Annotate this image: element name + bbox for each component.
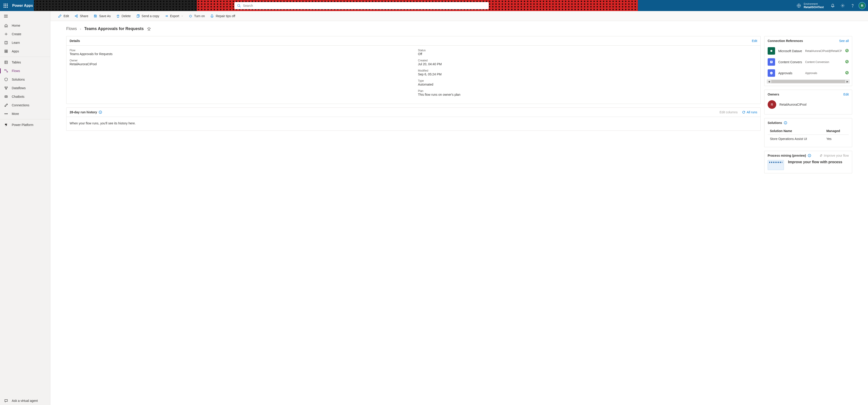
sidebar-item-create[interactable]: Create — [0, 30, 50, 38]
user-avatar[interactable]: R — [859, 2, 866, 9]
notifications-button[interactable] — [828, 0, 838, 11]
edit-columns-link[interactable]: Edit columns — [719, 110, 738, 114]
bell-icon — [831, 4, 835, 8]
sidebar-item-power-platform[interactable]: Power Platform — [0, 121, 50, 129]
sidebar-item-tables[interactable]: Tables — [0, 58, 50, 67]
svg-rect-16 — [5, 96, 7, 98]
solutions-title: Solutions — [768, 121, 782, 125]
svg-rect-10 — [5, 61, 7, 64]
owners-card: Owners Edit R RetailAuroraCIPool — [764, 90, 852, 114]
sidebar-item-connections[interactable]: Connections — [0, 101, 50, 109]
search-icon — [237, 4, 241, 7]
external-link-icon — [819, 154, 823, 157]
sidebar-item-label: Create — [12, 32, 21, 36]
owner-name: RetailAuroraCIPool — [779, 103, 807, 106]
owner-row[interactable]: R RetailAuroraCIPool — [768, 99, 849, 110]
cmd-export[interactable]: Export — [162, 12, 185, 20]
check-icon — [845, 71, 849, 75]
cmd-edit[interactable]: Edit — [56, 12, 71, 20]
refresh-icon — [742, 111, 745, 114]
scroll-right-arrow[interactable]: ▶ — [846, 80, 849, 83]
sidebar-toggle[interactable] — [0, 11, 50, 21]
plus-icon — [4, 32, 8, 36]
svg-rect-27 — [137, 15, 139, 18]
solution-row[interactable]: Store Operations Assist UI Yes — [768, 135, 849, 143]
help-button[interactable] — [848, 0, 858, 11]
environment-picker[interactable]: Environment RetailSOATest — [793, 0, 828, 11]
cmd-save-as[interactable]: Save As — [91, 12, 113, 20]
owner-value: RetailAuroraCIPool — [70, 62, 409, 66]
owners-edit-link[interactable]: Edit — [843, 93, 849, 96]
content-conversion-icon — [768, 58, 775, 66]
sidebar-item-apps[interactable]: Apps — [0, 47, 50, 56]
connection-row[interactable]: Content Conversion Content Conversion — [768, 57, 849, 67]
app-launcher[interactable] — [0, 0, 11, 11]
info-icon[interactable] — [99, 111, 102, 114]
svg-point-22 — [6, 113, 6, 114]
power-platform-icon — [4, 123, 8, 127]
power-icon — [189, 14, 192, 18]
modified-value: Sep 6, 05:24 PM — [418, 72, 757, 76]
sidebar-item-learn[interactable]: Learn — [0, 38, 50, 47]
col-solution-name[interactable]: Solution Name — [768, 127, 824, 135]
modified-label: Modified — [418, 69, 757, 72]
cmd-send-copy[interactable]: Send a copy — [134, 12, 161, 20]
sidebar-item-label: More — [12, 112, 19, 115]
cmd-turn-on[interactable]: Turn on — [186, 12, 207, 20]
globe-icon — [797, 3, 801, 8]
sidebar-item-chatbots[interactable]: Chatbots — [0, 92, 50, 101]
sidebar-item-more[interactable]: More — [0, 109, 50, 118]
plan-value: This flow runs on owner's plan — [418, 93, 757, 96]
connection-row[interactable]: Microsoft Dataverse RetailAuroraCIPool@R… — [768, 45, 849, 57]
col-managed[interactable]: Managed — [824, 127, 849, 135]
sidebar-item-label: Dataflows — [12, 86, 26, 90]
cmd-delete[interactable]: Delete — [114, 12, 133, 20]
premium-icon — [147, 27, 151, 31]
sidebar-item-label: Chatbots — [12, 95, 24, 98]
approvals-icon — [768, 69, 775, 77]
info-icon[interactable] — [808, 154, 811, 157]
bell-off-icon — [210, 14, 214, 18]
horizontal-scrollbar[interactable]: ◀ ▶ — [767, 79, 850, 83]
ask-virtual-agent[interactable]: Ask a virtual agent — [0, 397, 50, 405]
search-box[interactable] — [235, 2, 489, 9]
solutions-icon — [4, 77, 8, 81]
chevron-down-icon — [181, 14, 183, 18]
cmd-repair-tips[interactable]: Repair tips off — [208, 12, 237, 20]
connections-title: Connection References — [768, 39, 803, 43]
search-input[interactable] — [243, 4, 486, 7]
sidebar-item-home[interactable]: Home — [0, 21, 50, 30]
connections-see-all[interactable]: See all — [839, 39, 849, 43]
sidebar-item-label: Home — [12, 24, 20, 27]
svg-point-12 — [7, 71, 8, 72]
sidebar-item-dataflows[interactable]: Dataflows — [0, 84, 50, 92]
dataflows-icon — [4, 86, 8, 90]
chevron-right-icon: › — [80, 27, 81, 31]
svg-point-21 — [5, 113, 5, 114]
sidebar-item-label: Tables — [12, 61, 21, 64]
breadcrumb-current: Teams Approvals for Requests — [84, 26, 144, 31]
app-title[interactable]: Power Apps — [12, 4, 33, 8]
book-icon — [4, 41, 8, 45]
breadcrumb-root[interactable]: Flows — [66, 26, 77, 31]
home-icon — [4, 24, 8, 28]
sidebar-item-solutions[interactable]: Solutions — [0, 75, 50, 84]
export-icon — [164, 14, 168, 18]
scroll-left-arrow[interactable]: ◀ — [767, 80, 771, 83]
details-edit-link[interactable]: Edit — [752, 39, 757, 43]
all-runs-link[interactable]: All runs — [742, 110, 757, 114]
process-mining-graphic — [768, 160, 784, 170]
connection-row[interactable]: Approvals Approvals — [768, 67, 849, 78]
settings-button[interactable] — [838, 0, 848, 11]
improve-flow-link: Improve your flow — [819, 154, 849, 157]
solution-name-cell: Store Operations Assist UI — [768, 135, 824, 143]
info-icon[interactable] — [784, 121, 787, 124]
scroll-track[interactable] — [771, 80, 845, 83]
sidebar-item-flows[interactable]: Flows — [0, 67, 50, 75]
svg-point-3 — [842, 5, 843, 6]
history-title: 28-day run history — [70, 110, 97, 114]
dataverse-icon — [768, 47, 775, 55]
sidebar: Home Create Learn Apps Tables Flows — [0, 11, 51, 405]
sidebar-item-label: Learn — [12, 41, 20, 44]
cmd-share[interactable]: Share — [72, 12, 90, 20]
